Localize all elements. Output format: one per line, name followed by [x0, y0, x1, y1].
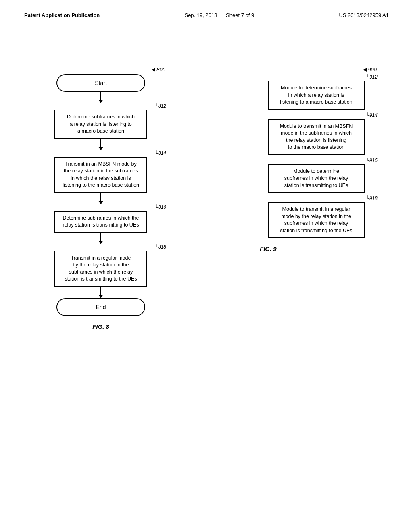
fig9-diagram: 900 └912 Module to determine subframesin…: [252, 66, 381, 252]
header-publication-label: Patent Application Publication: [24, 12, 100, 18]
arrow-4: [98, 233, 103, 244]
page-header: Patent Application Publication Sep. 19, …: [24, 12, 389, 18]
fig8-caption: FIG. 8: [92, 323, 109, 330]
box-818: Transmit in a regular modeby the relay s…: [54, 251, 147, 287]
fig8-diagram: 800 Start └812 Determine subframes in wh…: [32, 66, 169, 330]
module-916: Module to determinesubframes in which th…: [268, 164, 365, 193]
module-918: Module to transmit in a regularmode by t…: [268, 202, 365, 238]
box-814: Transmit in an MBSFN mode bythe relay st…: [54, 157, 147, 193]
header-date-sheet: Sep. 19, 2013 Sheet 7 of 9: [184, 12, 254, 18]
diagrams-area: 800 Start └812 Determine subframes in wh…: [24, 66, 389, 330]
fig9-caption: FIG. 9: [260, 245, 277, 252]
module-912: Module to determine subframesin which a …: [268, 81, 365, 110]
end-box: End: [56, 298, 145, 316]
box-812: Determine subframes in whicha relay stat…: [54, 110, 147, 139]
box-816: Determine subframes in which therelay st…: [54, 211, 147, 233]
ref-814: └814: [154, 150, 166, 156]
arrow-2: [98, 139, 103, 150]
start-box: Start: [56, 74, 145, 92]
ref-918: └918: [366, 195, 378, 201]
ref-812: └812: [154, 103, 166, 109]
ref-800-label: 800: [152, 66, 165, 73]
module-914: Module to transmit in an MBSFNmode in th…: [268, 119, 365, 155]
arrow-1: [98, 92, 103, 103]
fig9-flow: 900 └912 Module to determine subframesin…: [252, 66, 381, 238]
ref-912: └912: [366, 74, 378, 80]
arrow-5: [98, 287, 103, 298]
fig8-flow: 800 Start └812 Determine subframes in wh…: [32, 66, 169, 316]
ref-916: └916: [366, 158, 378, 163]
arrow-3: [98, 193, 103, 204]
ref-900-label: 900: [363, 66, 377, 73]
ref-818: └818: [154, 244, 166, 250]
ref-914: └914: [366, 112, 378, 118]
header-patent-number: US 2013/0242959 A1: [339, 12, 389, 18]
ref-816: └816: [154, 204, 166, 210]
